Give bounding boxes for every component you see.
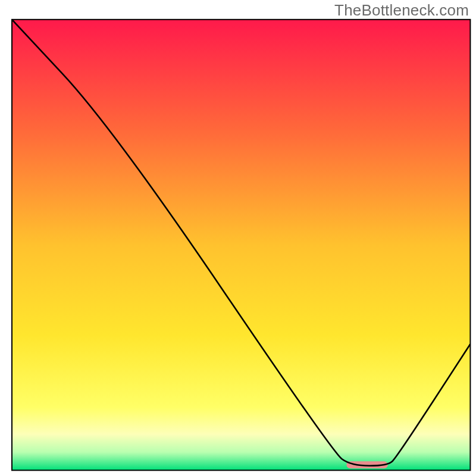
watermark-text: TheBottleneck.com — [334, 1, 469, 20]
bottleneck-chart — [0, 0, 476, 476]
gradient-background — [12, 20, 470, 471]
chart-container: TheBottleneck.com — [0, 0, 476, 476]
